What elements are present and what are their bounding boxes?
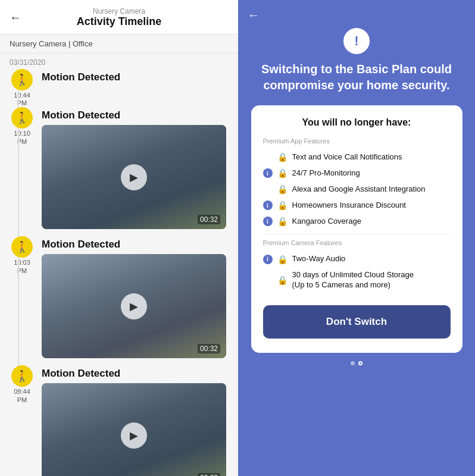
play-button[interactable]: ▶ (121, 164, 147, 190)
feature-row: 🔒 30 days of Unlimited Cloud Storage(Up … (263, 267, 451, 293)
feature-text: Homeowners Insurance Discount (292, 201, 406, 211)
breadcrumb: Nursery Camera | Office (0, 35, 238, 54)
video-thumbnail[interactable]: ▶ 00:32 (42, 254, 226, 358)
video-duration: 00:32 (198, 215, 220, 224)
lock-icon: 🔒 (277, 152, 288, 162)
info-icon[interactable]: i (263, 168, 273, 178)
feature-row: i 🔒 Two-Way Audio (263, 251, 451, 267)
lock-icon: 🔒 (277, 217, 288, 226)
white-card: You will no longer have: Premium App Fea… (251, 105, 462, 353)
motion-label: Motion Detected (42, 109, 231, 121)
feature-text: 30 days of Unlimited Cloud Storage(Up to… (292, 270, 414, 290)
section-label-app: Premium App Features (263, 137, 451, 145)
timeline-content: Motion Detected ▶ 00:32 (37, 365, 238, 476)
feature-row: 🔒 Alexa and Google Assistant Integration (263, 181, 451, 198)
back-button-right[interactable]: ← (248, 8, 260, 22)
time-label: 10:10PM (14, 130, 30, 145)
time-label: 10:44PM (14, 92, 30, 107)
lock-icon: 🔒 (277, 184, 288, 194)
warning-text: Switching to the Basic Plan could compro… (252, 61, 461, 93)
motion-icon: 🚶 (11, 236, 33, 258)
timeline-content: Motion Detected ▶ 00:32 (37, 107, 238, 236)
timeline-item: 🚶 10:03PM Motion Detected ▶ 00:32 (0, 236, 238, 365)
timeline-item: 🚶 10:44PM Motion Detected (0, 69, 238, 107)
timeline-scroll[interactable]: 03/31/2020 🚶 10:44PM Motion Detected 🚶 1… (0, 54, 238, 476)
warning-section: ! Switching to the Basic Plan could comp… (238, 22, 475, 105)
motion-icon: 🚶 (11, 365, 33, 387)
lock-icon: 🔒 (277, 255, 288, 264)
info-icon[interactable]: i (263, 255, 273, 264)
feature-row: i 🔒 Homeowners Insurance Discount (263, 198, 451, 214)
dont-switch-button[interactable]: Don't Switch (263, 305, 451, 339)
left-header: ← Nursery Camera Activity Timeline (0, 0, 238, 35)
lock-icon: 🔒 (277, 201, 288, 210)
bottom-dots (351, 361, 362, 365)
timeline-content: Motion Detected (37, 69, 238, 94)
feature-text: 24/7 Pro-Monitoring (292, 168, 360, 178)
video-duration: 00:32 (198, 473, 220, 476)
timeline-content: Motion Detected ▶ 00:32 (37, 236, 238, 365)
warning-icon: ! (343, 28, 370, 54)
info-icon[interactable]: i (263, 201, 273, 210)
date-label: 03/31/2020 (0, 54, 238, 69)
timeline-left: 🚶 09:44PM (7, 365, 37, 403)
dot-indicator-active (358, 361, 362, 365)
feature-text: Two-Way Audio (292, 254, 346, 264)
dot-indicator (351, 361, 355, 365)
left-panel: ← Nursery Camera Activity Timeline Nurse… (0, 0, 238, 476)
section-label-camera: Premium Camera Features (263, 239, 451, 246)
timeline-left: 🚶 10:03PM (7, 236, 37, 274)
page-title: Activity Timeline (10, 15, 229, 28)
lock-icon: 🔒 (277, 168, 288, 178)
timeline-left: 🚶 10:44PM (7, 69, 37, 107)
back-button-left[interactable]: ← (10, 10, 21, 24)
play-button[interactable]: ▶ (121, 293, 147, 320)
video-thumbnail[interactable]: ▶ 00:32 (42, 125, 226, 229)
motion-label: Motion Detected (42, 239, 231, 250)
video-duration: 00:32 (198, 344, 220, 353)
time-label: 10:03PM (14, 259, 30, 274)
feature-text: Kangaroo Coverage (292, 217, 361, 227)
feature-row: i 🔒 24/7 Pro-Monitoring (263, 165, 451, 181)
right-top-bar: ← (238, 0, 475, 22)
timeline-item: 🚶 09:44PM Motion Detected ▶ 00:32 (0, 365, 238, 476)
timeline-left: 🚶 10:10PM (7, 107, 37, 145)
play-button[interactable]: ▶ (121, 422, 147, 449)
card-title: You will no longer have: (263, 117, 451, 128)
camera-subtitle: Nursery Camera (10, 7, 229, 15)
motion-label: Motion Detected (42, 71, 231, 83)
motion-icon: 🚶 (11, 69, 33, 90)
feature-row: 🔒 Text and Voice Call Notifications (263, 149, 451, 165)
feature-text: Alexa and Google Assistant Integration (292, 184, 426, 195)
feature-text: Text and Voice Call Notifications (292, 152, 402, 162)
motion-icon: 🚶 (11, 107, 33, 129)
lock-icon: 🔒 (277, 275, 288, 285)
info-icon[interactable]: i (263, 217, 273, 226)
right-panel: ← ! Switching to the Basic Plan could co… (238, 0, 475, 476)
timeline-item: 🚶 10:10PM Motion Detected ▶ 00:32 (0, 107, 238, 236)
feature-row: i 🔒 Kangaroo Coverage (263, 214, 451, 230)
motion-label: Motion Detected (42, 368, 231, 380)
time-label: 09:44PM (14, 388, 30, 403)
video-thumbnail[interactable]: ▶ 00:32 (42, 383, 226, 476)
